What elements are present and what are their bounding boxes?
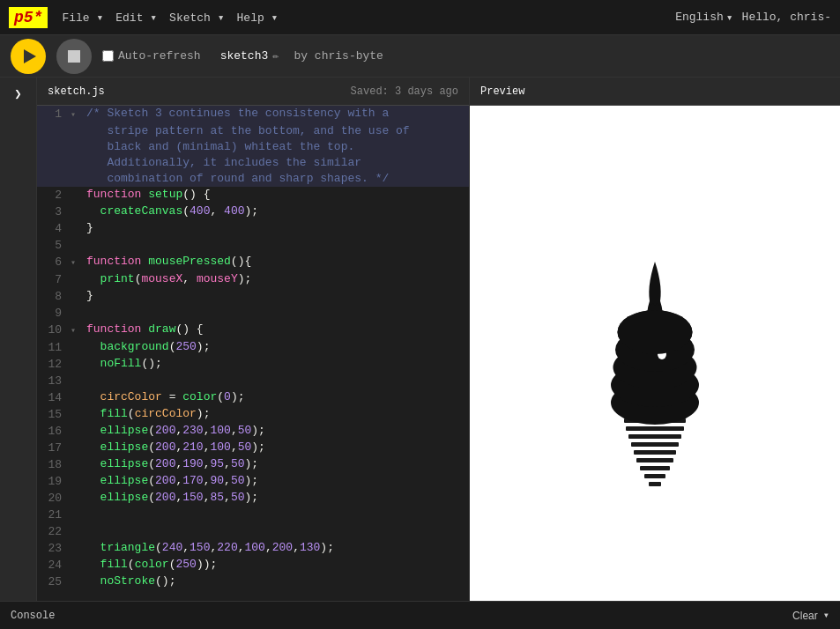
code-scroll[interactable]: 1 ▾ /* Sketch 3 continues the consistenc… xyxy=(37,106,469,629)
editor-filename[interactable]: sketch.js xyxy=(48,85,105,98)
line-code: ellipse(200,150,85,50); xyxy=(81,490,469,507)
line-arrow xyxy=(71,356,81,373)
line-number: 15 xyxy=(37,406,71,423)
line-arrow xyxy=(71,406,81,423)
play-button[interactable] xyxy=(11,39,46,74)
line-arrow xyxy=(71,271,81,288)
line-arrow xyxy=(71,139,81,155)
line-code: ellipse(200,190,95,50); xyxy=(81,456,469,473)
line-code: combination of round and sharp shapes. *… xyxy=(81,171,469,187)
svg-rect-15 xyxy=(636,455,674,458)
line-code: } xyxy=(81,288,469,305)
main-wrapper: ❯ sketch.js Saved: 3 days ago 1 ▾ /* Ske… xyxy=(0,78,840,629)
code-line: black and (minimal) whiteat the top. xyxy=(37,139,469,155)
p5-logo[interactable]: p5* xyxy=(9,7,48,28)
line-code: function mousePressed(){ xyxy=(81,254,469,271)
stop-button[interactable] xyxy=(56,39,92,74)
svg-rect-6 xyxy=(636,458,673,462)
menu-edit[interactable]: Edit ▾ xyxy=(115,11,157,25)
line-number: 2 xyxy=(37,187,71,204)
code-line: 14 circColor = color(0); xyxy=(37,389,469,406)
code-line: 3 createCanvas(400, 400); xyxy=(37,204,469,220)
code-line: 21 xyxy=(37,507,469,523)
line-arrow xyxy=(71,373,81,389)
menu-sketch[interactable]: Sketch ▾ xyxy=(169,11,224,25)
menu-file[interactable]: File ▾ xyxy=(62,11,103,25)
sidebar-toggle[interactable]: ❯ xyxy=(0,78,37,629)
line-code: stripe pattern at the bottom, and the us… xyxy=(81,123,469,139)
svg-rect-5 xyxy=(634,450,676,455)
line-arrow xyxy=(71,171,81,187)
clear-button[interactable]: Clear xyxy=(792,610,818,622)
sidebar-toggle-icon: ❯ xyxy=(14,86,21,101)
code-line: 11 background(250); xyxy=(37,339,469,356)
line-code xyxy=(81,373,469,389)
line-number: 3 xyxy=(37,204,71,220)
line-arrow xyxy=(71,155,81,171)
language-chevron-icon: ▾ xyxy=(726,11,733,25)
line-code xyxy=(81,507,469,523)
preview-panel: Preview xyxy=(470,78,840,629)
line-code: ellipse(200,170,90,50); xyxy=(81,473,469,490)
menu-help[interactable]: Help ▾ xyxy=(237,11,279,25)
code-line: 19 ellipse(200,170,90,50); xyxy=(37,473,469,490)
console-right: Clear ▾ xyxy=(792,609,829,622)
line-code: circColor = color(0); xyxy=(81,389,469,406)
line-number: 16 xyxy=(37,423,71,440)
code-line: 25 noStroke(); xyxy=(37,574,469,590)
line-number: 1 xyxy=(37,106,71,123)
line-arrow xyxy=(71,473,81,490)
line-arrow xyxy=(71,423,81,440)
code-line: 16 ellipse(200,230,100,50); xyxy=(37,423,469,440)
line-number: 9 xyxy=(37,305,71,322)
line-code: fill(color(250)); xyxy=(81,557,469,574)
line-code xyxy=(81,237,469,254)
code-line: 2 function setup() { xyxy=(37,187,469,204)
pencil-icon: ✏ xyxy=(272,49,279,63)
ice-cream-illustration xyxy=(545,200,765,535)
line-code: black and (minimal) whiteat the top. xyxy=(81,139,469,155)
code-line: 13 xyxy=(37,373,469,389)
preview-tab: Preview xyxy=(470,78,840,106)
line-code xyxy=(81,305,469,322)
code-line: 9 xyxy=(37,305,469,322)
auto-refresh-text: Auto-refresh xyxy=(118,49,201,63)
svg-point-26 xyxy=(618,310,693,354)
svg-rect-16 xyxy=(639,462,671,466)
console-bar: Console Clear ▾ xyxy=(0,601,840,629)
stop-icon xyxy=(68,50,80,63)
code-area[interactable]: 1 ▾ /* Sketch 3 continues the consistenc… xyxy=(37,106,469,629)
line-number: 18 xyxy=(37,456,71,473)
svg-rect-7 xyxy=(640,466,670,470)
line-arrow: ▾ xyxy=(71,254,81,271)
svg-rect-3 xyxy=(628,434,681,439)
editor-saved-status: Saved: 3 days ago xyxy=(351,85,458,98)
line-number: 23 xyxy=(37,540,71,557)
language-selector[interactable]: English ▾ xyxy=(675,11,732,25)
code-line: Additionally, it includes the similar xyxy=(37,155,469,171)
sketch-author: by chris-byte xyxy=(294,49,383,63)
code-line: 24 fill(color(250)); xyxy=(37,557,469,574)
line-number: 17 xyxy=(37,440,71,456)
line-code: print(mouseX, mouseY); xyxy=(81,271,469,288)
code-line: 15 fill(circColor); xyxy=(37,406,469,423)
sketch-name-text: sketch3 xyxy=(220,49,269,63)
console-chevron-icon[interactable]: ▾ xyxy=(823,609,829,622)
navbar: p5* File ▾ Edit ▾ Sketch ▾ Help ▾ Englis… xyxy=(0,0,840,35)
line-number: 19 xyxy=(37,473,71,490)
line-code xyxy=(81,523,469,540)
auto-refresh-checkbox[interactable] xyxy=(102,50,114,62)
line-arrow xyxy=(71,574,81,590)
line-number: 8 xyxy=(37,288,71,305)
code-line: 23 triangle(240,150,220,100,200,130); xyxy=(37,540,469,557)
line-number: 25 xyxy=(37,574,71,590)
preview-canvas xyxy=(470,106,840,629)
line-code: triangle(240,150,220,100,200,130); xyxy=(81,540,469,557)
sketch-name[interactable]: sketch3 ✏ xyxy=(220,49,279,63)
line-arrow xyxy=(71,440,81,456)
code-line: stripe pattern at the bottom, and the us… xyxy=(37,123,469,139)
line-code: noStroke(); xyxy=(81,574,469,590)
line-arrow xyxy=(71,389,81,406)
line-arrow xyxy=(71,540,81,557)
line-number: 20 xyxy=(37,490,71,507)
